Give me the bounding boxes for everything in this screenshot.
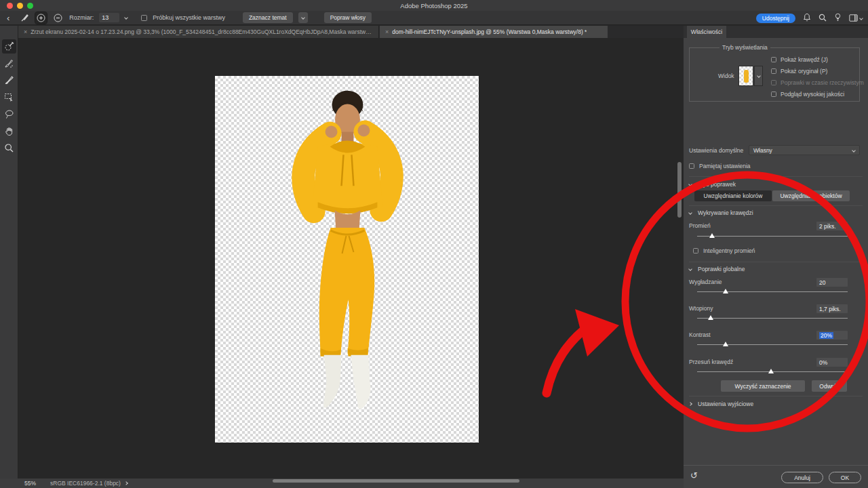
zoom-tool[interactable] xyxy=(2,141,16,155)
size-input[interactable]: 13 xyxy=(99,13,119,22)
quick-selection-tool[interactable] xyxy=(2,39,16,54)
close-tab-icon[interactable]: × xyxy=(385,28,389,35)
presets-value: Własny xyxy=(753,147,772,154)
contrast-slider-thumb[interactable] xyxy=(723,342,728,346)
output-settings-section[interactable]: Ustawienia wyjściowe xyxy=(689,399,753,408)
feather-slider-thumb[interactable] xyxy=(708,315,713,320)
radius-slider-thumb[interactable] xyxy=(709,233,715,238)
status-options-chevron-icon[interactable] xyxy=(124,481,128,485)
high-quality-preview-checkbox[interactable] xyxy=(771,92,776,97)
clear-selection-button[interactable]: Wyczyść zaznaczenie xyxy=(721,380,805,392)
show-edge-row: Pokaż krawędź (J) xyxy=(771,56,828,64)
brush-tool[interactable] xyxy=(2,73,16,87)
options-bar: ‹ Rozmiar: 13 Próbkuj wszystkie warstwy … xyxy=(0,11,868,25)
zoom-level[interactable]: 55% xyxy=(24,480,36,487)
realtime-refinement-row: Poprawki w czasie rzeczywistym xyxy=(771,79,864,87)
show-original-label: Pokaż oryginał (P) xyxy=(781,68,827,75)
object-aware-button[interactable]: Uwzględnianie obiektów xyxy=(772,190,850,201)
edge-detection-section-label: Wykrywanie krawędzi xyxy=(698,209,753,216)
document-tab-2[interactable]: × dom-hill-nimEJTcTNyY-unsplash.jpg @ 55… xyxy=(380,26,608,38)
contrast-value-field[interactable]: 20% xyxy=(816,331,848,340)
high-quality-preview-label: Podgląd wysokiej jakości xyxy=(781,91,844,98)
size-label: Rozmiar: xyxy=(69,14,94,21)
panel-header: Właściwości xyxy=(684,26,868,38)
hand-tool[interactable] xyxy=(2,124,16,138)
radius-value-field[interactable]: 2 piks. xyxy=(816,222,848,230)
refine-hair-button[interactable]: Popraw włosy xyxy=(324,12,372,23)
color-aware-button[interactable]: Uwzględnianie kolorów xyxy=(694,190,772,201)
refine-edge-brush-tool[interactable] xyxy=(2,56,16,70)
workspace-switcher-icon[interactable] xyxy=(849,14,863,22)
remember-settings-label: Pamiętaj ustawienia xyxy=(699,163,751,169)
dialog-bottom-bar: ↺ Anuluj OK xyxy=(684,465,868,488)
smooth-slider[interactable] xyxy=(697,291,848,292)
back-chevron-icon[interactable]: ‹ xyxy=(7,14,9,22)
photoshop-window: Adobe Photoshop 2025 ‹ Rozmiar: 13 Próbk… xyxy=(0,0,868,488)
contrast-slider[interactable] xyxy=(697,344,848,345)
remember-settings-checkbox[interactable] xyxy=(689,163,694,169)
window-title: Adobe Photoshop 2025 xyxy=(0,2,868,9)
radius-slider[interactable] xyxy=(697,236,848,237)
titlebar-actions: Udostępnij xyxy=(756,11,863,25)
reset-icon[interactable]: ↺ xyxy=(690,471,698,480)
view-thumbnail[interactable] xyxy=(738,66,753,86)
properties-panel: Właściwości Tryb wyświetlania Widok Poka… xyxy=(684,26,868,488)
masked-subject-image xyxy=(215,76,479,443)
sample-all-layers-checkbox[interactable] xyxy=(141,15,147,21)
title-bar: Adobe Photoshop 2025 xyxy=(0,0,868,11)
lasso-tool[interactable] xyxy=(2,107,16,121)
search-icon[interactable] xyxy=(818,12,827,24)
document-tab-1[interactable]: × Zrzut ekranu 2025-02-14 o 17.23.24.png… xyxy=(18,26,379,38)
discover-lightbulb-icon[interactable] xyxy=(834,12,842,24)
view-mode-group: Tryb wyświetlania Widok Pokaż krawędź (J… xyxy=(689,47,860,102)
canvas-area[interactable] xyxy=(18,38,684,479)
brush-tool-preview-icon[interactable] xyxy=(19,12,30,23)
shift-edge-slider-thumb[interactable] xyxy=(768,369,774,373)
feather-value-field[interactable]: 1,7 piks. xyxy=(816,304,848,313)
feather-label: Wtopiony xyxy=(689,305,713,312)
share-button[interactable]: Udostępnij xyxy=(756,14,795,23)
notifications-bell-icon[interactable] xyxy=(803,12,811,24)
output-settings-section-label: Ustawienia wyjściowe xyxy=(698,401,753,407)
show-edge-label: Pokaż krawędź (J) xyxy=(781,56,828,63)
smart-radius-label: Inteligentny promień xyxy=(703,247,755,254)
show-original-row: Pokaż oryginał (P) xyxy=(771,67,827,75)
ok-button[interactable]: OK xyxy=(829,472,861,483)
view-dropdown-chevron-icon[interactable] xyxy=(754,66,763,86)
smart-radius-checkbox[interactable] xyxy=(693,248,698,253)
refine-mode-section[interactable]: Tryb poprawek xyxy=(689,180,736,188)
radius-label: Promień xyxy=(689,222,711,229)
edge-detection-section[interactable]: Wykrywanie krawędzi xyxy=(689,208,753,217)
shift-edge-slider[interactable] xyxy=(697,371,848,372)
smooth-value-field[interactable]: 20 xyxy=(816,278,848,287)
select-subject-button[interactable]: Zaznacz temat xyxy=(243,12,293,23)
global-refinements-section[interactable]: Poprawki globalne xyxy=(689,264,745,273)
realtime-refinement-checkbox xyxy=(771,80,776,85)
size-dropdown-chevron-icon[interactable] xyxy=(125,16,129,20)
cancel-button[interactable]: Anuluj xyxy=(781,472,823,483)
document-checkerboard[interactable] xyxy=(215,76,479,443)
color-profile: sRGB IEC61966-2.1 (8bpc) xyxy=(50,480,121,487)
brush-add-button[interactable] xyxy=(35,12,47,24)
sample-all-layers-label: Próbkuj wszystkie warstwy xyxy=(153,14,225,21)
canvas-horizontal-scrollbar[interactable] xyxy=(273,479,519,483)
view-label: Widok xyxy=(718,73,734,79)
view-mode-group-label: Tryb wyświetlania xyxy=(719,44,770,51)
feather-slider[interactable] xyxy=(697,318,848,319)
tab-properties[interactable]: Właściwości xyxy=(687,26,726,38)
high-quality-preview-row: Podgląd wysokiej jakości xyxy=(771,90,844,98)
show-edge-checkbox[interactable] xyxy=(771,57,776,62)
smooth-slider-thumb[interactable] xyxy=(723,289,728,293)
global-refinements-section-label: Poprawki globalne xyxy=(698,266,745,272)
object-selection-tool[interactable] xyxy=(2,90,16,104)
document-tab-1-label: Zrzut ekranu 2025-02-14 o 17.23.24.png @… xyxy=(31,28,373,35)
select-subject-dropdown-button[interactable] xyxy=(298,12,308,23)
presets-dropdown[interactable]: Własny xyxy=(749,145,860,155)
shift-edge-value-field[interactable]: 0% xyxy=(816,358,848,367)
brush-subtract-button[interactable] xyxy=(52,12,64,24)
canvas-vertical-scrollbar[interactable] xyxy=(677,162,682,218)
presets-label: Ustawienia domyślne xyxy=(689,147,743,154)
invert-button[interactable]: Odwróć xyxy=(812,380,847,392)
show-original-checkbox[interactable] xyxy=(771,68,776,74)
close-tab-icon[interactable]: × xyxy=(24,28,27,35)
